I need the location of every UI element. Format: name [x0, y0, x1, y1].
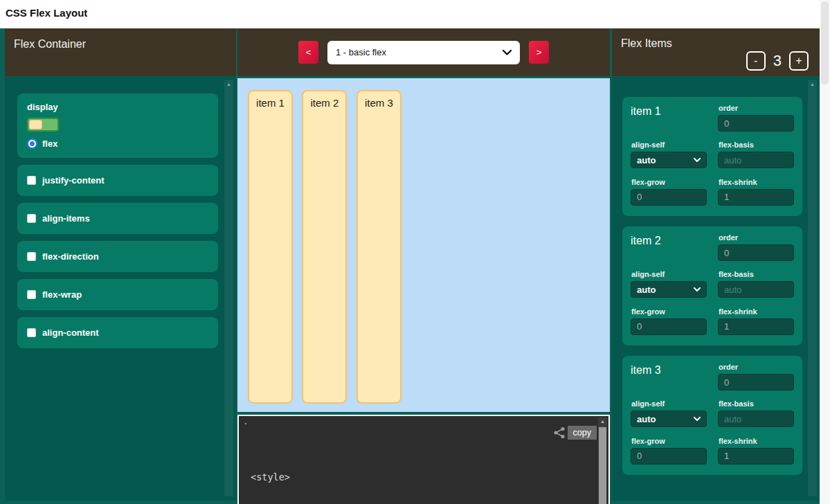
- add-item-button[interactable]: +: [789, 51, 809, 71]
- order-label: order: [719, 104, 793, 112]
- flex-shrink-label: flex-shrink: [719, 178, 793, 186]
- flex-direction-card[interactable]: flex-direction: [17, 241, 218, 272]
- item-3-flex-grow-input[interactable]: [631, 448, 707, 465]
- align-self-value: auto: [637, 414, 656, 424]
- scroll-up-icon[interactable]: ▲: [598, 417, 607, 426]
- item-count: 3: [773, 52, 782, 70]
- chevron-down-icon: [694, 417, 701, 421]
- flex-shrink-label: flex-shrink: [719, 437, 793, 445]
- flex-container-panel-body: display flex justify-content align-items: [5, 76, 236, 501]
- display-label: display: [27, 102, 208, 112]
- flex-basis-label: flex-basis: [719, 270, 793, 278]
- align-content-label: align-content: [42, 327, 99, 338]
- code-scrollbar[interactable]: ▲: [598, 417, 607, 504]
- flex-wrap-card[interactable]: flex-wrap: [17, 279, 218, 310]
- justify-content-checkbox[interactable]: [27, 176, 36, 185]
- item-3-align-self-select[interactable]: auto: [631, 411, 707, 427]
- flex-container-panel-header: Flex Container: [5, 28, 236, 76]
- preview-panel: < 1 - basic flex > item 1 item 2 item 3 …: [237, 28, 610, 504]
- remove-item-button[interactable]: -: [746, 51, 766, 71]
- code-content: <style> .flex-container { display: flex;: [251, 444, 357, 504]
- chevron-down-icon: [503, 50, 512, 55]
- flex-items-panel-title: Flex Items: [621, 37, 672, 50]
- item-1-card: item 1 order align-self auto flex-basis …: [622, 97, 802, 216]
- browser-scrollbar[interactable]: [820, 0, 830, 504]
- flex-radio-button[interactable]: [27, 138, 37, 149]
- order-label: order: [719, 363, 793, 371]
- code-caret-dot: .: [243, 416, 249, 426]
- justify-content-card[interactable]: justify-content: [17, 165, 218, 196]
- item-3-flex-shrink-input[interactable]: [718, 448, 794, 465]
- item-3-order-input[interactable]: [718, 374, 794, 390]
- flex-wrap-checkbox[interactable]: [27, 290, 36, 299]
- scroll-up-icon[interactable]: ▲: [224, 80, 233, 89]
- preview-flex-item-2: item 2: [302, 90, 347, 404]
- copy-button[interactable]: copy: [568, 426, 597, 440]
- scroll-up-icon[interactable]: ▲: [808, 80, 817, 89]
- item-3-title: item 3: [631, 363, 707, 391]
- chevron-down-icon: [694, 158, 701, 162]
- item-1-order-input[interactable]: [718, 115, 794, 132]
- flex-direction-label: flex-direction: [42, 251, 99, 262]
- item-3-card: item 3 order align-self auto flex-basis …: [622, 356, 802, 475]
- item-1-title: item 1: [631, 104, 707, 132]
- display-toggle-knob[interactable]: [29, 120, 42, 129]
- flex-grow-label: flex-grow: [631, 437, 706, 445]
- align-self-value: auto: [637, 285, 656, 295]
- preview-flex-item-3: item 3: [357, 90, 402, 404]
- align-items-checkbox[interactable]: [27, 214, 36, 223]
- left-panel-scrollbar[interactable]: ▲: [224, 80, 233, 496]
- item-1-flex-basis-input[interactable]: [718, 152, 794, 168]
- align-self-value: auto: [637, 155, 656, 165]
- align-content-checkbox[interactable]: [27, 328, 36, 337]
- flex-container-panel: Flex Container display flex justify-cont…: [5, 28, 236, 501]
- item-2-flex-basis-input[interactable]: [718, 281, 794, 298]
- right-panel-scrollbar[interactable]: ▲: [808, 80, 817, 496]
- item-2-flex-shrink-input[interactable]: [718, 318, 794, 335]
- page-title: CSS Flex Layout: [6, 7, 87, 19]
- item-2-card: item 2 order align-self auto flex-basis …: [622, 226, 802, 345]
- order-label: order: [719, 233, 793, 242]
- example-nav-header: < 1 - basic flex >: [237, 28, 610, 76]
- item-1-flex-shrink-input[interactable]: [718, 189, 794, 206]
- chevron-down-icon: [694, 287, 701, 291]
- item-count-controls: - 3 +: [746, 51, 809, 71]
- flex-grow-label: flex-grow: [631, 307, 706, 316]
- flex-items-panel-body: item 1 order align-self auto flex-basis …: [612, 76, 820, 501]
- align-self-label: align-self: [631, 141, 706, 149]
- flex-direction-checkbox[interactable]: [27, 252, 36, 261]
- container-properties-list: display flex justify-content align-items: [17, 76, 218, 348]
- browser-scrollbar-thumb[interactable]: [821, 1, 829, 84]
- align-self-label: align-self: [631, 399, 706, 408]
- flex-wrap-label: flex-wrap: [42, 289, 82, 300]
- justify-content-label: justify-content: [42, 175, 105, 186]
- code-line: <style>: [251, 471, 357, 485]
- top-title-bar: CSS Flex Layout: [0, 0, 830, 28]
- preview-flex-item-1: item 1: [248, 90, 293, 404]
- item-2-flex-grow-input[interactable]: [631, 318, 707, 335]
- flex-items-panel: Flex Items - 3 + item 1 order align-self…: [612, 28, 820, 501]
- align-content-card[interactable]: align-content: [17, 317, 218, 348]
- item-2-align-self-select[interactable]: auto: [631, 281, 707, 298]
- display-flex-radio-row: flex: [27, 138, 208, 149]
- flex-container-panel-title: Flex Container: [14, 38, 86, 50]
- prev-example-button[interactable]: <: [298, 41, 318, 64]
- flex-items-list: item 1 order align-self auto flex-basis …: [622, 76, 802, 475]
- display-toggle[interactable]: [27, 118, 59, 132]
- align-items-label: align-items: [42, 213, 90, 224]
- next-example-button[interactable]: >: [529, 41, 549, 64]
- item-2-title: item 2: [631, 233, 707, 262]
- item-1-align-self-select[interactable]: auto: [631, 152, 707, 168]
- flex-items-panel-header: Flex Items - 3 +: [612, 28, 820, 76]
- item-1-flex-grow-input[interactable]: [631, 189, 707, 206]
- item-2-order-input[interactable]: [718, 244, 794, 261]
- example-select-value: 1 - basic flex: [336, 47, 386, 57]
- flex-basis-label: flex-basis: [719, 141, 793, 149]
- code-scrollbar-thumb[interactable]: [599, 427, 606, 504]
- example-select[interactable]: 1 - basic flex: [327, 41, 520, 64]
- share-icon[interactable]: [553, 426, 566, 442]
- item-3-flex-basis-input[interactable]: [718, 411, 794, 427]
- flex-grow-label: flex-grow: [631, 178, 706, 186]
- align-items-card[interactable]: align-items: [17, 203, 218, 234]
- display-property-card: display flex: [17, 93, 218, 158]
